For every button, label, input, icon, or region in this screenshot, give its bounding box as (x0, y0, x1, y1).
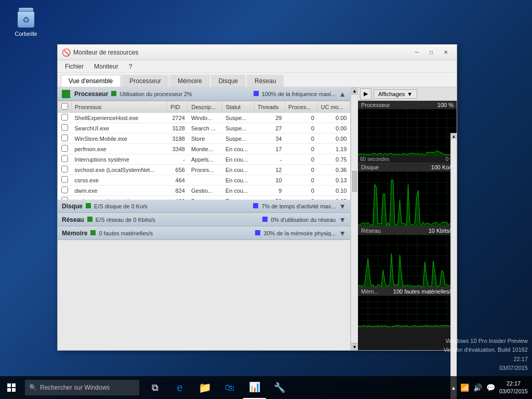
process-status: Suspe... (222, 123, 254, 134)
disk-collapse-btn[interactable]: ▼ (339, 202, 346, 210)
tab-vue-ensemble[interactable]: Vue d'ensemble (61, 75, 121, 87)
col-threads[interactable]: Threads (254, 101, 285, 113)
col-desc[interactable]: Descrip... (188, 101, 222, 113)
recycle-bin-label: Corbeille (15, 31, 37, 37)
row-checkbox[interactable] (61, 114, 68, 121)
affichages-button[interactable]: Affichages ▼ (374, 89, 417, 99)
resource-monitor-window: 🚫 Moniteur de ressources ─ □ ✕ Fichier M… (57, 44, 457, 351)
process-name: dwm.exe (72, 185, 167, 196)
window-app-icon: 🚫 (62, 48, 70, 57)
process-status: En cou... (222, 144, 254, 154)
nav-back-button[interactable]: ▶ (360, 88, 371, 100)
col-statut[interactable]: Statut (222, 101, 254, 113)
svg-rect-3 (12, 388, 16, 392)
reseau-section-header[interactable]: Réseau E/S réseau de 0 Kbits/s 0% d'util… (58, 213, 350, 227)
memoire-chart-label: Mém... (361, 288, 379, 295)
file-explorer-button[interactable]: 📁 (193, 376, 216, 399)
vertical-scrollbar[interactable]: ▲ ▼ (351, 87, 358, 350)
cpu-stat1: Utilisation du processeur 2% (111, 91, 192, 97)
row-checkbox[interactable] (61, 187, 68, 193)
process-threads: 27 (254, 123, 285, 134)
table-row[interactable]: SearchUI.exe 3128 Search ... Suspe... 27… (58, 123, 350, 134)
memoire-collapse-btn[interactable]: ▼ (339, 229, 346, 237)
process-pid: 656 (167, 165, 188, 175)
process-uc: 0.10 (317, 185, 350, 196)
minimize-button[interactable]: ─ (410, 47, 423, 58)
svg-rect-0 (7, 383, 11, 387)
table-row[interactable]: ShellExperienceHost.exe 2724 Windo... Su… (58, 113, 350, 123)
table-row[interactable]: svchost.exe (LocalSystemNet... 656 Proce… (58, 165, 350, 175)
recycle-bin-icon[interactable]: ♻ Corbeille (8, 8, 44, 37)
process-desc: Proces... (188, 165, 222, 175)
scroll-down[interactable]: ▼ (351, 343, 358, 350)
menu-moniteur[interactable]: Moniteur (89, 62, 124, 71)
search-bar[interactable]: 🔍 Rechercher sur Windows (25, 380, 139, 395)
col-proc[interactable]: Proces... (285, 101, 317, 113)
table-row[interactable]: csrss.exe 464 En cou... 10 0 0.13 (58, 175, 350, 185)
task-view-button[interactable]: ⧉ (143, 376, 166, 399)
cpu-section-header[interactable]: Processeur Utilisation du processeur 2% … (58, 87, 350, 101)
tab-memoire[interactable]: Mémoire (170, 75, 210, 87)
select-all-checkbox[interactable] (61, 103, 68, 110)
table-row[interactable]: dwm.exe 824 Gestio... En cou... 9 0 0.10 (58, 185, 350, 196)
disk-chart-header: Disque 100 Ko/s (358, 163, 457, 171)
process-threads: 17 (254, 144, 285, 154)
volume-icon: 🔊 (473, 383, 482, 392)
taskbar: 🔍 Rechercher sur Windows ⧉ e 📁 🛍 📊 🔧 ▲ 📶… (0, 376, 532, 399)
tab-reseau[interactable]: Réseau (247, 75, 284, 87)
taskbar-clock[interactable]: 22:17 03/07/2015 (499, 380, 528, 396)
process-threads: 12 (254, 165, 285, 175)
right-panel-header: ▶ Affichages ▼ (358, 87, 457, 101)
row-checkbox[interactable] (61, 155, 68, 162)
disk-stat1: E/S disque de 0 Ko/s (86, 203, 148, 209)
tab-disque[interactable]: Disque (211, 75, 246, 87)
process-uc: 0.00 (317, 113, 350, 123)
store-button[interactable]: 🛍 (218, 376, 241, 399)
right-scroll-up[interactable]: ▲ (451, 133, 457, 139)
watermark-line1: Windows 10 Pro Insider Preview (444, 337, 528, 346)
disk-chart-section: Disque 100 Ko/s (358, 163, 457, 227)
menu-help[interactable]: ? (124, 62, 138, 71)
edge-browser-button[interactable]: e (168, 376, 191, 399)
menu-fichier[interactable]: Fichier (60, 62, 89, 71)
table-row[interactable]: WinStore.Mobile.exe 3188 Store Suspe... … (58, 134, 350, 144)
memoire-section-header[interactable]: Mémoire 0 fautes matérielles/s 30% de la… (58, 227, 350, 240)
maximize-button[interactable]: □ (424, 47, 438, 58)
pinned-app-5[interactable]: 📊 (243, 376, 266, 399)
row-checkbox[interactable] (61, 124, 68, 131)
process-table-wrap[interactable]: Processus PID Descrip... Statut Threads … (58, 101, 350, 200)
row-checkbox[interactable] (61, 166, 68, 172)
process-uc: 0.13 (317, 175, 350, 185)
col-pid[interactable]: PID (167, 101, 188, 113)
cpu-chart-header: Processeur 100 % (358, 101, 457, 109)
pinned-app-6[interactable]: 🔧 (268, 376, 291, 399)
col-processus[interactable]: Processus (72, 101, 167, 113)
start-button[interactable] (0, 376, 23, 399)
col-uc[interactable]: UC mo... (317, 101, 350, 113)
reseau-collapse-btn[interactable]: ▼ (339, 216, 346, 224)
row-checkbox[interactable] (61, 176, 68, 183)
process-desc: Search ... (188, 123, 222, 134)
clock-date: 03/07/2015 (499, 388, 528, 395)
watermark-time: 22:17 (444, 355, 528, 364)
cpu-collapse-btn[interactable]: ▲ (339, 90, 346, 98)
col-check (58, 101, 72, 113)
system-tray-expand[interactable]: ▲ (451, 385, 456, 391)
process-threads: 34 (254, 134, 285, 144)
scroll-thumb[interactable] (352, 171, 357, 192)
process-name: SearchUI.exe (72, 123, 167, 134)
row-checkbox[interactable] (61, 145, 68, 152)
reseau-chart-value: 10 Kbits/s (429, 228, 454, 234)
tab-processeur[interactable]: Processeur (122, 75, 169, 87)
process-name: svchost.exe (LocalSystemNet... (72, 165, 167, 175)
table-row[interactable]: Interruptions système - Appels... En cou… (58, 154, 350, 165)
close-button[interactable]: ✕ (439, 47, 453, 58)
table-row[interactable]: perfmon.exe 3348 Monite... En cou... 17 … (58, 144, 350, 154)
row-checkbox[interactable] (61, 135, 68, 141)
right-scrollbar[interactable]: ▲ ▼ (450, 133, 457, 350)
disk-section-header[interactable]: Disque E/S disque de 0 Ko/s 7% de temps … (58, 200, 350, 213)
scroll-up[interactable]: ▲ (351, 87, 358, 95)
table-row[interactable]: svchost.exe (netsvcs) 420 Proces... En c… (58, 196, 350, 200)
reseau-title: Réseau (62, 216, 84, 223)
window-title: Moniteur de ressources (73, 49, 410, 56)
